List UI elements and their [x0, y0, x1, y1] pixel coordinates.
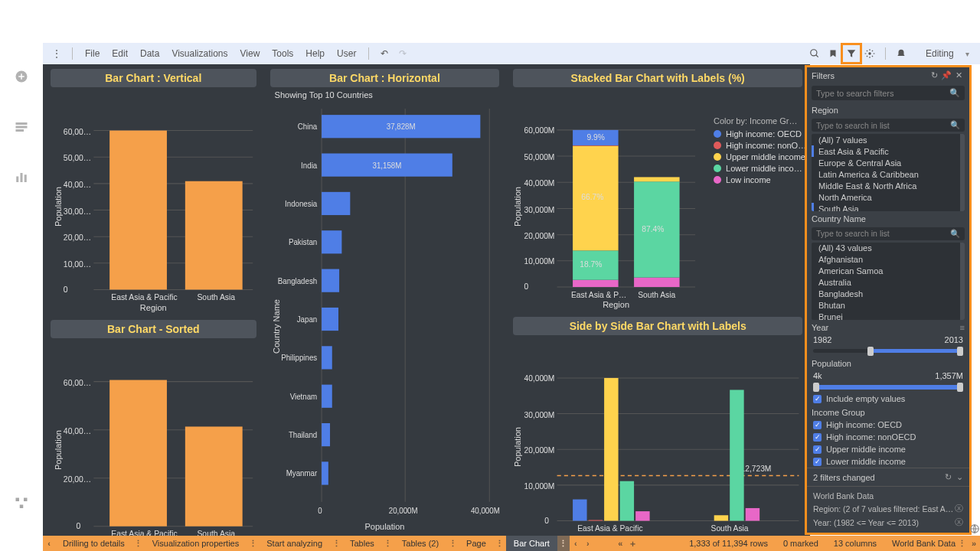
income-checkbox[interactable]: ✓Upper middle income — [807, 443, 969, 455]
year-min: 1982 — [813, 335, 831, 344]
menu-user[interactable]: User — [331, 48, 362, 59]
svg-text:Indonesia: Indonesia — [285, 200, 318, 208]
svg-text:South Asia: South Asia — [711, 524, 749, 533]
region-search[interactable]: Type to search in list🔍 — [812, 119, 965, 132]
menu-tools[interactable]: Tools — [266, 48, 299, 59]
dashboard: Bar Chart : Vertical 010,00…20,00…30, — [43, 64, 810, 536]
svg-rect-95 — [634, 177, 679, 181]
svg-text:40,00…: 40,00… — [64, 181, 91, 189]
svg-rect-56 — [322, 269, 339, 292]
close-icon[interactable]: ✕ — [952, 70, 965, 80]
panel-bar-horizontal[interactable]: Bar Chart : Horizontal Showing Top 10 Co… — [266, 67, 505, 533]
status-source: World Bank Data — [892, 539, 956, 548]
panel-title: Bar Chart - Sorted — [51, 320, 256, 338]
menu-view[interactable]: View — [234, 48, 266, 59]
tab[interactable]: Visualization properties — [145, 536, 247, 551]
include-empty-checkbox[interactable]: ✓Include empty values — [807, 393, 969, 405]
tab[interactable]: Tables — [342, 536, 382, 551]
search-icon[interactable] — [805, 44, 824, 63]
svg-text:50,00…: 50,00… — [64, 154, 91, 162]
svg-rect-1 — [16, 123, 27, 125]
menu-edit[interactable]: Edit — [106, 48, 134, 59]
income-checkbox[interactable]: ✓High income: OECD — [807, 419, 969, 431]
svg-rect-112 — [589, 520, 603, 521]
svg-point-12 — [868, 52, 871, 55]
country-search[interactable]: Type to search in list🔍 — [812, 227, 965, 240]
svg-text:India: India — [301, 161, 318, 169]
svg-text:China: China — [297, 122, 317, 131]
chart-icon[interactable] — [15, 171, 28, 187]
filters-changed[interactable]: 2 filters changed↻ ⌄ — [807, 468, 969, 486]
filter-country-title: Country Name — [807, 211, 969, 225]
menubar: ⋮ File Edit Data Visualizations View Too… — [43, 43, 980, 64]
svg-text:0: 0 — [76, 522, 80, 530]
svg-rect-52 — [322, 192, 350, 215]
menu-help[interactable]: Help — [299, 48, 331, 59]
filters-title: Filters — [812, 71, 835, 80]
menu-file[interactable]: File — [79, 48, 106, 59]
status-cols: 13 columns — [834, 539, 877, 548]
svg-point-10 — [811, 50, 817, 56]
svg-rect-64 — [322, 423, 330, 446]
svg-rect-62 — [322, 385, 332, 408]
country-list[interactable]: (All) 43 valuesAfghanistanAmerican Samoa… — [812, 243, 965, 320]
bookmark-icon[interactable] — [824, 44, 842, 63]
svg-text:20,00…: 20,00… — [64, 233, 91, 242]
globe-icon[interactable] — [969, 523, 980, 534]
svg-rect-85 — [573, 280, 618, 287]
panel-side-by-side[interactable]: Side by Side Bar Chart with Labels 010,0… — [508, 315, 807, 547]
menu-data[interactable]: Data — [134, 48, 165, 59]
y-axis-label: Population — [513, 187, 522, 227]
svg-text:40,000M: 40,000M — [524, 374, 555, 383]
svg-rect-60 — [322, 346, 332, 369]
reset-icon[interactable]: ↻ — [928, 70, 940, 80]
svg-text:Vietnam: Vietnam — [289, 393, 317, 401]
add-page-icon[interactable]: ＋ — [626, 537, 639, 549]
svg-rect-66 — [322, 461, 328, 484]
svg-text:30,00…: 30,00… — [64, 207, 91, 216]
flow-icon[interactable] — [15, 497, 28, 513]
text-icon[interactable] — [15, 120, 28, 136]
year-slider[interactable] — [813, 349, 963, 354]
population-slider[interactable] — [813, 385, 963, 390]
svg-rect-2 — [16, 126, 27, 128]
svg-text:10,00…: 10,00… — [64, 260, 91, 269]
income-checkbox[interactable]: ✓Lower middle income — [807, 455, 969, 468]
tab[interactable]: Tables (2) — [394, 536, 446, 551]
pin-icon[interactable]: 📌 — [940, 70, 952, 80]
svg-text:60,000M: 60,000M — [524, 126, 555, 135]
svg-text:20,000M: 20,000M — [524, 446, 555, 455]
panel-bar-sorted[interactable]: Bar Chart - Sorted 020,00…40,00…60,00… E… — [46, 318, 261, 551]
income-checkbox[interactable]: ✓High income: nonOECD — [807, 431, 969, 443]
svg-text:Bangladesh: Bangladesh — [277, 277, 316, 285]
undo-icon[interactable]: ↶ — [375, 44, 394, 63]
svg-rect-28 — [185, 181, 243, 290]
svg-text:10,000M: 10,000M — [524, 257, 555, 266]
menu-dots-icon[interactable]: ⋮ — [47, 44, 66, 63]
mode-select[interactable]: Editing ▾ — [920, 48, 975, 59]
panel-stacked[interactable]: Stacked Bar Chart with Labels (%) 010 — [508, 67, 807, 311]
svg-rect-114 — [620, 481, 634, 521]
bell-icon[interactable] — [892, 44, 910, 63]
panel-title: Stacked Bar Chart with Labels (%) — [513, 69, 802, 87]
gear-icon[interactable] — [861, 44, 879, 63]
svg-text:Myanmar: Myanmar — [286, 469, 317, 478]
tab[interactable]: Start analyzing — [259, 536, 330, 551]
redo-icon[interactable]: ↷ — [394, 44, 412, 63]
filter-icon[interactable] — [842, 44, 861, 63]
svg-text:0: 0 — [524, 282, 529, 291]
tab-active[interactable]: Bar Chart — [506, 536, 557, 551]
svg-line-11 — [816, 55, 818, 57]
tab[interactable]: Page — [459, 536, 494, 551]
menu-viz[interactable]: Visualizations — [165, 48, 234, 59]
tab[interactable]: Drilling to details — [55, 536, 132, 551]
svg-text:Pakistan: Pakistan — [288, 238, 316, 246]
filter-search[interactable]: Type to search filters🔍 — [812, 86, 965, 100]
svg-rect-7 — [16, 498, 20, 502]
add-icon[interactable] — [15, 70, 28, 86]
svg-text:10,000M: 10,000M — [524, 482, 555, 491]
panel-bar-vertical[interactable]: Bar Chart : Vertical 010,00…20,00…30, — [46, 67, 261, 314]
svg-rect-54 — [322, 230, 341, 253]
region-list[interactable]: (All) 7 valuesEast Asia & PacificEurope … — [812, 134, 965, 211]
svg-text:20,000M: 20,000M — [524, 232, 555, 240]
